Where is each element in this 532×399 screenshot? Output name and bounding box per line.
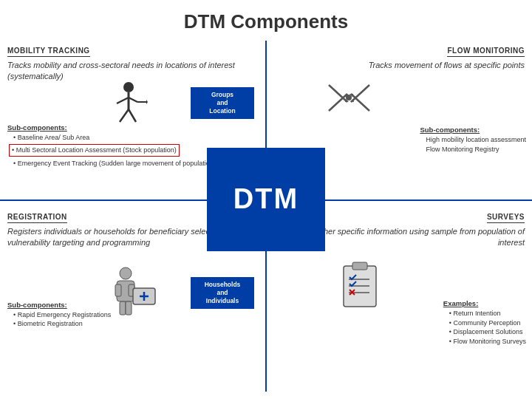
svg-line-8 — [329, 85, 347, 102]
svg-rect-27 — [352, 262, 367, 270]
flow-item-1: High mobility location assessment — [420, 135, 526, 145]
walking-person-icon — [109, 81, 148, 132]
svg-line-14 — [351, 85, 369, 102]
svg-line-4 — [120, 109, 129, 122]
svg-point-0 — [123, 82, 134, 92]
svg-point-16 — [346, 95, 352, 100]
flow-heading: FLOW MONITORING — [447, 47, 525, 57]
mobility-item-1: • Baseline Area/ Sub Area — [7, 133, 244, 143]
flow-subcomp-label: Sub-components: — [420, 126, 526, 134]
dtm-label: DTM — [233, 183, 299, 215]
survey-item-3: • Displacement Solutions — [443, 327, 526, 337]
flow-item-2: Flow Monitoring Registry — [420, 145, 526, 154]
mobility-description: Tracks mobility and cross-sectoral needs… — [7, 60, 244, 83]
survey-item-4: • Flow Monitoring Surveys — [443, 337, 526, 347]
svg-line-5 — [129, 109, 136, 122]
groups-location-box: Groups and Location — [191, 87, 254, 119]
flow-description: Tracks movement of flows at specific poi… — [288, 60, 525, 71]
movement-arrows-icon — [325, 74, 373, 125]
registration-heading: REGISTRATION — [7, 213, 67, 223]
svg-line-3 — [129, 98, 137, 102]
surveys-examples-label: Examples: — [443, 299, 526, 307]
mobility-item-2: • Multi Sectoral Location Assessment (St… — [9, 144, 180, 157]
page-title: DTM Components — [7, 7, 525, 33]
svg-marker-7 — [146, 100, 148, 104]
households-individuals-box: Households and Individuals — [191, 277, 254, 309]
svg-line-2 — [117, 98, 129, 103]
svg-point-17 — [120, 267, 132, 279]
svg-rect-21 — [120, 301, 126, 315]
clipboard-icon — [340, 259, 381, 313]
survey-item-2: • Community Perception — [443, 318, 526, 328]
surveys-heading: SURVEYs — [487, 213, 525, 223]
survey-item-1: • Return Intention — [443, 309, 526, 318]
dtm-center-box: DTM — [207, 148, 325, 251]
svg-rect-19 — [115, 284, 121, 296]
svg-line-10 — [351, 94, 369, 111]
svg-line-12 — [329, 94, 347, 111]
svg-rect-22 — [126, 301, 132, 315]
person-card-icon — [109, 266, 161, 328]
mobility-heading: MOBILITY TRACKING — [7, 47, 90, 57]
